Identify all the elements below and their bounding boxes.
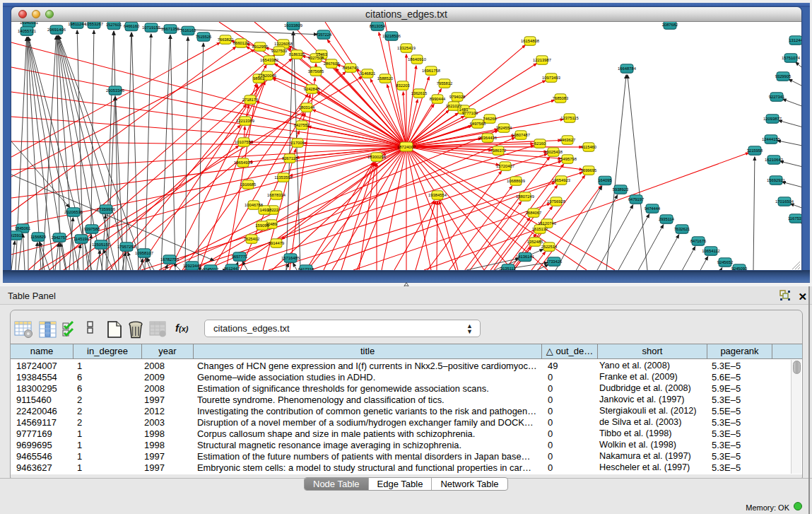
svg-text:7632621: 7632621 — [674, 227, 690, 231]
svg-text:16671355: 16671355 — [161, 27, 180, 31]
svg-text:10107552: 10107552 — [235, 140, 253, 144]
svg-text:15720407: 15720407 — [496, 164, 514, 168]
svg-text:12213987: 12213987 — [533, 58, 551, 62]
svg-text:16782759: 16782759 — [160, 257, 179, 262]
svg-text:10046788: 10046788 — [245, 203, 263, 207]
svg-text:10973493: 10973493 — [542, 76, 560, 80]
svg-text:18640910: 18640910 — [408, 57, 426, 62]
svg-text:19756928: 19756928 — [547, 199, 565, 204]
svg-text:9245012: 9245012 — [203, 267, 219, 270]
svg-text:9227341: 9227341 — [769, 95, 785, 99]
svg-text:10025438: 10025438 — [544, 150, 563, 154]
svg-text:14136141: 14136141 — [516, 255, 534, 259]
svg-text:16033809: 16033809 — [284, 23, 302, 28]
svg-text:3684067: 3684067 — [526, 211, 542, 215]
svg-text:9327508: 9327508 — [308, 56, 324, 60]
svg-text:20364436: 20364436 — [478, 136, 497, 140]
svg-text:7663822: 7663822 — [218, 37, 234, 42]
svg-text:3824554: 3824554 — [496, 126, 512, 130]
svg-text:8454749: 8454749 — [343, 66, 359, 70]
svg-text:1491: 1491 — [260, 208, 269, 212]
svg-text:9474444: 9474444 — [645, 206, 661, 211]
svg-text:8912955: 8912955 — [252, 45, 269, 49]
svg-text:1615132: 1615132 — [532, 227, 548, 231]
svg-text:12923446: 12923446 — [183, 264, 201, 268]
svg-text:19218506: 19218506 — [382, 34, 401, 38]
svg-text:18807249: 18807249 — [516, 194, 534, 199]
svg-text:2803144: 2803144 — [299, 105, 315, 110]
svg-text:19384554: 19384554 — [428, 193, 447, 197]
svg-text:8813054: 8813054 — [370, 24, 386, 28]
svg-text:8267110: 8267110 — [282, 156, 298, 160]
svg-text:16648784: 16648784 — [618, 66, 637, 71]
svg-text:7685083: 7685083 — [553, 96, 569, 100]
svg-text:1527601: 1527601 — [106, 23, 122, 27]
svg-text:11353594: 11353594 — [274, 175, 293, 180]
svg-text:19654931: 19654931 — [234, 160, 252, 165]
svg-text:1156829: 1156829 — [30, 235, 46, 239]
svg-text:20206535: 20206535 — [64, 210, 83, 214]
svg-text:1167535: 1167535 — [788, 216, 801, 221]
svg-text:8660124: 8660124 — [233, 41, 249, 45]
svg-text:9245093: 9245093 — [731, 267, 748, 270]
svg-text:9397588: 9397588 — [84, 227, 100, 231]
svg-text:17957253: 17957253 — [117, 245, 136, 249]
svg-text:7357224: 7357224 — [316, 33, 332, 37]
svg-text:7986372: 7986372 — [490, 148, 507, 153]
svg-text:16940551: 16940551 — [20, 22, 38, 25]
svg-text:19811244: 19811244 — [68, 22, 86, 26]
svg-text:16154808: 16154808 — [521, 39, 539, 43]
svg-text:10719155: 10719155 — [142, 25, 160, 30]
svg-text:159099: 159099 — [255, 223, 269, 228]
svg-text:7515526: 7515526 — [196, 35, 212, 39]
svg-text:8186325: 8186325 — [289, 52, 305, 57]
svg-text:9146821: 9146821 — [360, 71, 376, 76]
svg-text:9245652: 9245652 — [717, 260, 734, 264]
svg-text:6466160: 6466160 — [124, 24, 140, 28]
svg-text:7625402: 7625402 — [244, 237, 260, 241]
svg-text:1588520: 1588520 — [377, 76, 394, 81]
svg-text:2522514: 2522514 — [541, 245, 558, 249]
svg-text:3915913: 3915913 — [11, 233, 23, 238]
svg-text:10807487: 10807487 — [512, 133, 530, 137]
svg-text:13226058: 13226058 — [274, 42, 293, 46]
svg-text:16878334: 16878334 — [267, 193, 286, 197]
svg-text:8471676: 8471676 — [690, 239, 707, 243]
svg-text:15751074: 15751074 — [782, 56, 801, 60]
svg-text:832203: 832203 — [396, 83, 409, 88]
svg-text:10688609: 10688609 — [507, 179, 525, 183]
svg-text:12375115: 12375115 — [560, 116, 578, 120]
svg-text:8990444: 8990444 — [430, 97, 446, 101]
svg-text:6497568: 6497568 — [470, 122, 486, 126]
svg-text:1352485: 1352485 — [527, 240, 543, 244]
svg-text:1362615: 1362615 — [411, 91, 428, 95]
svg-text:20053346: 20053346 — [106, 88, 124, 93]
svg-text:6914479: 6914479 — [269, 241, 285, 245]
svg-text:6417318: 6417318 — [298, 267, 314, 270]
svg-text:1845061: 1845061 — [15, 226, 31, 230]
svg-text:19654923: 19654923 — [552, 178, 570, 182]
svg-text:164095: 164095 — [598, 178, 611, 182]
svg-text:3875685: 3875685 — [308, 69, 324, 74]
svg-text:9699695: 9699695 — [581, 168, 597, 173]
svg-text:20691406: 20691406 — [47, 28, 66, 32]
svg-text:17359936: 17359936 — [97, 207, 115, 211]
svg-text:12505155: 12505155 — [92, 243, 110, 247]
svg-text:9794028: 9794028 — [449, 95, 466, 99]
svg-text:1916685: 1916685 — [240, 182, 257, 187]
svg-text:9329905: 9329905 — [775, 74, 792, 78]
svg-text:9115460: 9115460 — [581, 145, 596, 149]
svg-text:12444155: 12444155 — [762, 137, 780, 141]
svg-text:1145194: 1145194 — [73, 237, 90, 241]
svg-text:217006: 217006 — [290, 141, 304, 145]
svg-text:62160: 62160 — [534, 141, 546, 146]
svg-text:2935114: 2935114 — [659, 217, 675, 221]
svg-text:9327503: 9327503 — [271, 49, 288, 53]
svg-text:8427552: 8427552 — [294, 123, 310, 127]
svg-text:5938923: 5938923 — [613, 187, 629, 192]
svg-text:9242848: 9242848 — [304, 87, 320, 91]
svg-text:2718176: 2718176 — [242, 98, 259, 102]
svg-text:3215958: 3215958 — [747, 148, 763, 153]
svg-text:10654112: 10654112 — [702, 249, 719, 253]
svg-text:13325419: 13325419 — [397, 46, 416, 50]
